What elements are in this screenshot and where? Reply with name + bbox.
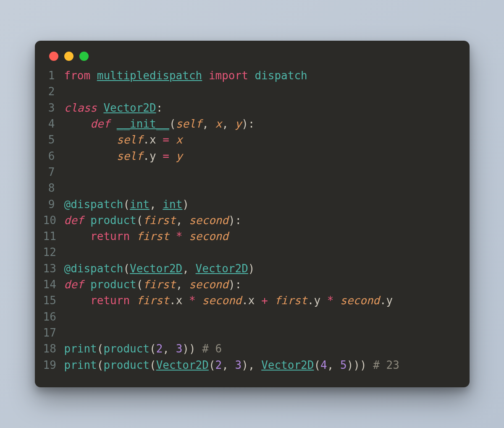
token-punct bbox=[64, 133, 117, 146]
token-comm: # 6 bbox=[202, 342, 222, 355]
token-punct: ( bbox=[209, 359, 215, 371]
code-content[interactable] bbox=[64, 325, 71, 341]
code-content[interactable] bbox=[64, 309, 71, 325]
line-number: 8 bbox=[43, 180, 64, 196]
code-content[interactable]: print(product(Vector2D(2, 3), Vector2D(4… bbox=[64, 357, 399, 373]
token-punct: , bbox=[163, 342, 176, 355]
token-name: print bbox=[64, 342, 97, 355]
line-number: 18 bbox=[43, 341, 64, 357]
token-punct: , bbox=[182, 262, 195, 275]
code-content[interactable] bbox=[64, 180, 71, 196]
line-number: 10 bbox=[43, 212, 64, 228]
code-area[interactable]: 1from multipledispatch import dispatch2 … bbox=[35, 65, 470, 387]
line-number: 4 bbox=[43, 116, 64, 132]
token-param: second bbox=[189, 214, 228, 227]
token-kw: from bbox=[64, 69, 97, 82]
token-cls: int bbox=[130, 198, 150, 211]
token-param: second bbox=[189, 278, 228, 291]
token-num: 2 bbox=[156, 342, 163, 355]
minimize-icon[interactable] bbox=[64, 52, 74, 61]
code-content[interactable]: class Vector2D: bbox=[64, 100, 163, 116]
token-cls: Vector2D bbox=[103, 102, 156, 114]
token-punct: ): bbox=[228, 278, 242, 291]
code-content[interactable]: def product(first, second): bbox=[64, 212, 242, 228]
line-number: 14 bbox=[43, 277, 64, 292]
token-prop: .y bbox=[380, 294, 393, 307]
code-content[interactable]: def __init__(self, x, y): bbox=[64, 116, 255, 132]
line-number: 16 bbox=[43, 309, 64, 325]
token-param: first bbox=[136, 230, 169, 243]
token-op: * bbox=[189, 294, 202, 307]
token-punct: ( bbox=[150, 342, 156, 355]
token-func: dispatch bbox=[255, 69, 307, 82]
code-content[interactable]: self.y = y bbox=[64, 148, 183, 164]
token-punct: : bbox=[156, 102, 163, 114]
token-punct: ( bbox=[136, 278, 143, 291]
titlebar bbox=[35, 41, 470, 65]
token-kw-it: def bbox=[64, 278, 91, 291]
token-kw: return bbox=[90, 230, 136, 243]
maximize-icon[interactable] bbox=[79, 52, 89, 61]
close-icon[interactable] bbox=[49, 52, 58, 61]
token-op: * bbox=[169, 230, 189, 243]
token-param: first bbox=[143, 278, 176, 291]
code-content[interactable] bbox=[64, 244, 71, 260]
code-line: 6 self.y = y bbox=[43, 148, 461, 164]
code-line: 10def product(first, second): bbox=[43, 212, 461, 228]
code-content[interactable]: @dispatch(Vector2D, Vector2D) bbox=[64, 261, 255, 277]
token-self: self bbox=[117, 150, 143, 162]
token-param: y bbox=[176, 150, 183, 162]
token-kw: return bbox=[90, 294, 136, 307]
token-punct: ( bbox=[136, 214, 143, 227]
token-name: print bbox=[64, 359, 97, 371]
code-content[interactable]: return first.x * second.x + first.y * se… bbox=[64, 292, 393, 308]
token-fund: __init__ bbox=[117, 117, 169, 130]
code-line: 13@dispatch(Vector2D, Vector2D) bbox=[43, 261, 461, 277]
code-content[interactable]: return first * second bbox=[64, 228, 228, 244]
line-number: 19 bbox=[43, 357, 64, 373]
token-punct: )) bbox=[182, 342, 202, 355]
token-kw: import bbox=[202, 69, 255, 82]
code-content[interactable] bbox=[64, 84, 71, 99]
token-cls: Vector2D bbox=[261, 359, 314, 371]
code-line: 1from multipledispatch import dispatch bbox=[43, 68, 461, 84]
token-punct: ( bbox=[123, 262, 130, 275]
token-punct bbox=[64, 117, 91, 130]
code-line: 4 def __init__(self, x, y): bbox=[43, 116, 461, 132]
token-op: = bbox=[163, 150, 176, 162]
code-content[interactable]: self.x = x bbox=[64, 132, 183, 148]
token-param: second bbox=[189, 230, 228, 243]
code-line: 12 bbox=[43, 244, 461, 260]
code-window: 1from multipledispatch import dispatch2 … bbox=[35, 41, 470, 387]
code-content[interactable]: @dispatch(int, int) bbox=[64, 196, 189, 212]
token-param: x bbox=[215, 117, 222, 130]
token-deco: @dispatch bbox=[64, 262, 123, 275]
code-content[interactable]: def product(first, second): bbox=[64, 277, 242, 292]
token-prop: .x bbox=[242, 294, 261, 307]
code-line: 19print(product(Vector2D(2, 3), Vector2D… bbox=[43, 357, 461, 373]
token-self: self bbox=[176, 117, 202, 130]
line-number: 12 bbox=[43, 244, 64, 260]
code-content[interactable] bbox=[64, 164, 71, 180]
token-punct: ( bbox=[150, 359, 156, 371]
token-punct: , bbox=[150, 198, 163, 211]
token-punct: ): bbox=[242, 117, 255, 130]
line-number: 7 bbox=[43, 164, 64, 180]
line-number: 9 bbox=[43, 196, 64, 212]
token-punct: , bbox=[176, 214, 189, 227]
token-num: 3 bbox=[235, 359, 242, 371]
token-punct: ))) bbox=[347, 359, 373, 371]
token-param: first bbox=[136, 294, 169, 307]
token-num: 3 bbox=[176, 342, 183, 355]
token-cls: Vector2D bbox=[156, 359, 209, 371]
code-content[interactable]: from multipledispatch import dispatch bbox=[64, 68, 307, 84]
token-punct: , bbox=[202, 117, 215, 130]
code-content[interactable]: print(product(2, 3)) # 6 bbox=[64, 341, 222, 357]
token-param: second bbox=[340, 294, 380, 307]
token-punct: ), bbox=[242, 359, 261, 371]
token-kw-it: class bbox=[64, 102, 104, 114]
line-number: 5 bbox=[43, 132, 64, 148]
line-number: 13 bbox=[43, 261, 64, 277]
code-line: 7 bbox=[43, 164, 461, 180]
token-punct: , bbox=[176, 278, 189, 291]
